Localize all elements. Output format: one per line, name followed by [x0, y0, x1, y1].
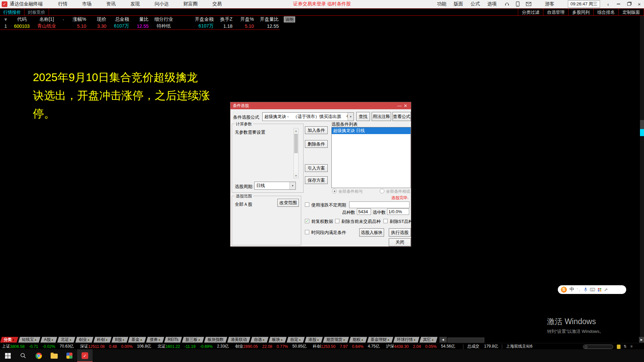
- find-button[interactable]: 查找: [356, 112, 370, 121]
- condition-listbox[interactable]: 超级擒龙诀 日线: [331, 127, 411, 188]
- pick-to-block-button[interactable]: 选股入板块: [359, 228, 384, 237]
- import-plan-button[interactable]: 引入方案: [305, 164, 328, 172]
- save-plan-button[interactable]: 保存方案: [305, 176, 328, 184]
- menu-formula[interactable]: 公式: [471, 1, 480, 7]
- back-icon[interactable]: ‹: [605, 1, 611, 7]
- column-header[interactable]: 细分行业: [150, 16, 178, 22]
- main-scrollbar[interactable]: [640, 16, 644, 337]
- market-tab-B股[interactable]: B股▲: [111, 337, 128, 343]
- market-tab-基金理财[interactable]: 基金理财▲: [367, 337, 393, 343]
- dialog-close-icon[interactable]: ✕: [402, 103, 409, 108]
- toolbar-button[interactable]: 多股同列: [568, 9, 593, 16]
- list-icon[interactable]: ≡: [631, 344, 633, 348]
- top-menu-item[interactable]: 行情: [58, 1, 67, 7]
- dialog-minimize-icon[interactable]: —: [396, 103, 402, 108]
- column-header[interactable]: 现价: [87, 16, 107, 22]
- market-tab-港美联动[interactable]: 港美联动: [227, 337, 251, 343]
- menu-function[interactable]: 功能: [437, 1, 446, 7]
- market-tab-债券[interactable]: 债券▲: [146, 337, 164, 343]
- menu-layout[interactable]: 版面: [454, 1, 463, 7]
- server-name[interactable]: 上海双线主站6: [506, 344, 533, 349]
- column-header[interactable]: 代码: [11, 16, 32, 22]
- ime-zh-mode[interactable]: 中: [570, 287, 574, 293]
- status-index-科创[interactable]: 科创1253.507.970.64%4.75亿: [313, 344, 384, 349]
- toolbar-button[interactable]: 分类过滤: [518, 9, 543, 16]
- radio-all-or[interactable]: [380, 189, 384, 193]
- status-index-上证[interactable]: 上证3806.58-0.71-0.02%70.63亿: [2, 344, 78, 349]
- column-header[interactable]: 量比: [130, 16, 150, 22]
- market-tab-板块指数[interactable]: 板块指数: [204, 337, 227, 343]
- top-menu-item[interactable]: 市场: [82, 1, 92, 7]
- chrome-icon[interactable]: [31, 349, 46, 362]
- period-combobox[interactable]: 日线 ▼: [254, 182, 296, 190]
- market-tab-科创[interactable]: 科创▲: [93, 337, 111, 343]
- updown-period-input[interactable]: [349, 201, 410, 208]
- column-header[interactable]: 开盘%: [233, 16, 255, 22]
- table-row[interactable]: 1600103青山纸业5.103.306107万12.55特种纸6107万1.1…: [0, 23, 280, 29]
- market-tab-自定[interactable]: 自定▲: [287, 337, 305, 343]
- checkbox-updown-period[interactable]: [305, 202, 309, 207]
- stock-app-icon[interactable]: [62, 349, 77, 362]
- column-header[interactable]: 名称[1]: [32, 16, 61, 22]
- toolbar-button[interactable]: 定制版面: [619, 9, 644, 16]
- transfer-icon[interactable]: ⇅: [624, 344, 627, 349]
- market-tab-分类[interactable]: 分类▲: [0, 337, 18, 343]
- column-header[interactable]: ▼: [0, 17, 11, 22]
- checkbox-forward-adjust[interactable]: ✓: [305, 219, 309, 223]
- market-tab-新三板[interactable]: 新三板▲: [182, 337, 204, 343]
- status-index-深证[interactable]: 深证12511.080.480.00%106.8亿: [80, 344, 156, 349]
- status-index-创业[interactable]: 创业2890.0522.080.77%50.85亿: [235, 344, 311, 349]
- checkbox-exclude-st[interactable]: [383, 219, 388, 223]
- toolbox-grid-icon[interactable]: [598, 288, 601, 292]
- status-index-北证[interactable]: 北证1601.22-11.19-0.69%2.33亿: [157, 344, 233, 349]
- market-tab-短线宝[interactable]: 短线宝▲: [18, 337, 40, 343]
- column-header[interactable]: ·: [61, 17, 66, 22]
- tdx-taskbar-icon[interactable]: ✓: [77, 349, 93, 362]
- top-menu-item[interactable]: 资讯: [106, 1, 116, 7]
- close-icon[interactable]: ×: [637, 1, 642, 7]
- top-menu-item[interactable]: 交易: [212, 1, 222, 7]
- toolbar-button[interactable]: 综合排名: [593, 9, 619, 16]
- tab-quote-report[interactable]: 行情报价: [0, 9, 24, 16]
- file-explorer-icon[interactable]: [46, 349, 62, 362]
- toolbar-button[interactable]: 自选管理: [543, 9, 568, 16]
- lock-icon[interactable]: [617, 345, 621, 349]
- headset-icon[interactable]: [504, 1, 510, 7]
- punctuation-icon[interactable]: ’，: [577, 287, 581, 292]
- condition-list-item-selected[interactable]: 超级擒龙诀 日线: [332, 127, 411, 134]
- params-scrollbar-thumb[interactable]: [294, 134, 298, 153]
- taskbar-search-icon[interactable]: [15, 349, 31, 362]
- market-tab-A股[interactable]: A股▲: [40, 337, 57, 343]
- formula-combobox[interactable]: 超级擒龙诀 - （适于强市）慎买连出票 银峰 ▼: [262, 112, 354, 121]
- market-tab-创业[interactable]: 创业▲: [75, 337, 93, 343]
- keyboard-icon[interactable]: [590, 288, 595, 291]
- mic-icon[interactable]: [584, 287, 587, 292]
- ime-toolbar[interactable]: S 中 ’，: [558, 285, 626, 294]
- execute-pick-button[interactable]: 执行选股: [389, 228, 411, 237]
- market-tab-期权[interactable]: 期权▲: [349, 337, 367, 343]
- market-tab-REITs[interactable]: REITs: [164, 337, 182, 343]
- tabs-scroll-right-icon[interactable]: ▶: [639, 337, 644, 343]
- usage-note-button[interactable]: 用法注释: [372, 112, 391, 121]
- status-index-沪深[interactable]: 沪深4438.302.040.05%54.56亿: [386, 344, 460, 349]
- top-menu-item[interactable]: 问小达: [155, 1, 169, 7]
- start-button[interactable]: [0, 349, 15, 362]
- market-tab-板块[interactable]: 板块▲: [269, 337, 287, 343]
- mail-icon[interactable]: [526, 1, 532, 7]
- market-tab-环球行情[interactable]: 环球行情▲: [393, 337, 419, 343]
- menu-options[interactable]: 选项: [487, 1, 497, 7]
- market-tab-期货现货[interactable]: 期货现货▲: [323, 337, 349, 343]
- market-tab-基金[interactable]: 基金▲: [128, 337, 146, 343]
- scroll-up-icon[interactable]: ▲: [294, 128, 298, 133]
- minimize-icon[interactable]: [616, 1, 621, 7]
- scrollbar-thumb[interactable]: [640, 129, 644, 136]
- chevron-down-icon[interactable]: ▼: [347, 113, 354, 121]
- tab-limit-auction[interactable]: 封板竞价: [24, 9, 49, 16]
- market-tab-自选[interactable]: 自选▲: [251, 337, 269, 343]
- restore-icon[interactable]: [626, 1, 632, 7]
- scroll-down-icon[interactable]: ▼: [294, 173, 298, 178]
- close-button[interactable]: 关闭: [389, 238, 411, 246]
- column-header[interactable]: 涨幅%: [66, 16, 87, 22]
- checkbox-time-range[interactable]: [305, 230, 309, 234]
- tabs-scroll-left-icon[interactable]: ◀: [439, 337, 447, 343]
